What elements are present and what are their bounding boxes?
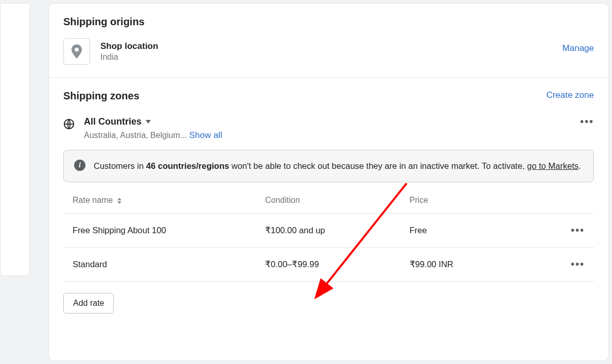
add-rate-button[interactable]: Add rate — [63, 293, 114, 314]
rate-condition: ₹0.00–₹99.99 — [265, 259, 410, 269]
rate-price: ₹99.00 INR — [410, 259, 554, 269]
zone-header: All Countries Australia, Austria, Belgiu… — [63, 116, 594, 141]
alert-suffix: . — [579, 161, 581, 170]
table-row: Free Shipping About 100 ₹100.00 and up F… — [63, 214, 594, 248]
rate-more-button[interactable]: ••• — [571, 259, 585, 269]
rate-condition: ₹100.00 and up — [265, 226, 410, 235]
inactive-market-alert: i Customers in 46 countries/regions won'… — [63, 150, 594, 182]
zone-name-toggle[interactable]: All Countries — [84, 116, 222, 127]
col-price: Price — [410, 196, 554, 205]
location-pin-icon — [63, 38, 90, 65]
rate-price: Free — [410, 226, 554, 235]
shipping-settings-card: Shipping origins Shop location India Man… — [48, 3, 609, 361]
manage-link[interactable]: Manage — [563, 43, 594, 54]
rate-name: Free Shipping About 100 — [73, 226, 265, 235]
create-zone-link[interactable]: Create zone — [546, 90, 594, 100]
shipping-origins-title: Shipping origins — [63, 16, 594, 28]
sidebar-placeholder — [0, 3, 30, 276]
globe-icon — [63, 118, 75, 130]
info-icon: i — [74, 160, 85, 171]
rates-table: Rate name Condition Price Free Shipping … — [63, 184, 594, 282]
rate-more-button[interactable]: ••• — [571, 225, 585, 235]
col-condition: Condition — [265, 196, 410, 205]
chevron-down-icon — [146, 120, 151, 124]
shipping-origins-section: Shipping origins Shop location India Man… — [49, 4, 608, 77]
zone-more-button[interactable]: ••• — [580, 116, 594, 127]
go-to-markets-link[interactable]: go to Markets — [527, 161, 579, 170]
alert-prefix: Customers in — [94, 161, 146, 170]
show-all-link[interactable]: Show all — [189, 130, 222, 140]
shop-location-value: India — [100, 53, 158, 62]
shipping-zones-title: Shipping zones — [63, 90, 139, 102]
alert-count: 46 countries/regions — [146, 161, 229, 170]
zone-countries-preview: Australia, Austria, Belgium... — [84, 131, 189, 140]
shop-location-label: Shop location — [100, 41, 158, 51]
alert-middle: won't be able to check out because they … — [229, 161, 527, 170]
sort-icon — [117, 198, 121, 204]
svg-point-0 — [75, 47, 79, 51]
shipping-zones-section: Shipping zones Create zone — [49, 78, 608, 326]
zone-name: All Countries — [84, 116, 142, 127]
rate-name: Standard — [73, 259, 265, 269]
table-row: Standard ₹0.00–₹99.99 ₹99.00 INR ••• — [63, 248, 594, 282]
col-rate-name[interactable]: Rate name — [73, 196, 265, 205]
